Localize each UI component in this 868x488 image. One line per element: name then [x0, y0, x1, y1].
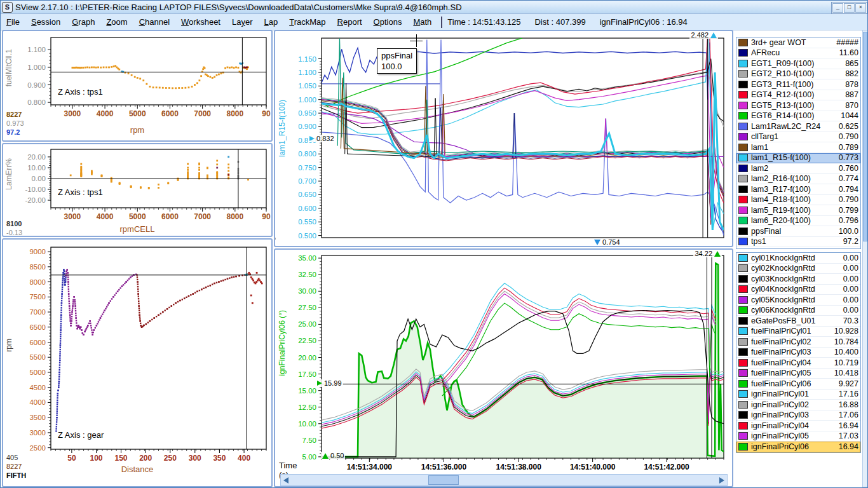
menu-options[interactable]: Options	[368, 15, 408, 29]
channel-row-fuelFinalPriCyl01[interactable]: fuelFinalPriCyl0110.928	[736, 327, 860, 337]
channel-value: 97.2	[843, 237, 858, 246]
channel-row-ppsFinal[interactable]: ppsFinal100.0	[736, 226, 860, 237]
channel-row-ignFinalPriCyl05[interactable]: ignFinalPriCyl0517.03	[736, 431, 860, 442]
status-time: Time : 14:51:43.125	[447, 17, 520, 27]
channel-row-EGT4_R12-f(100)[interactable]: EGT4_R12-f(100)887	[736, 90, 860, 101]
channel-value: #####	[836, 38, 858, 47]
menu-lap[interactable]: Lap	[259, 15, 284, 29]
channel-row-3rd+ gear WOT[interactable]: 3rd+ gear WOT#####	[736, 37, 860, 48]
channel-row-cyl06KnockIgnRtd[interactable]: cyl06KnockIgnRtd0.00	[736, 306, 860, 316]
channel-row-EGT6_R14-f(100)[interactable]: EGT6_R14-f(100)1044	[736, 111, 860, 122]
channel-row-fuelFinalPriCyl06[interactable]: fuelFinalPriCyl069.927	[736, 379, 860, 390]
channel-list-scrollbar[interactable]	[862, 30, 868, 487]
channel-row-cyl05KnockIgnRtd[interactable]: cyl05KnockIgnRtd0.00	[736, 295, 860, 306]
close-button[interactable]: ×	[855, 3, 866, 13]
channel-row-lam2_R16-f(100)[interactable]: lam2_R16-f(100)0.774	[736, 174, 860, 185]
channel-row-ignFinalPriCyl04[interactable]: ignFinalPriCyl0416.94	[736, 421, 860, 431]
menu-channel[interactable]: Channel	[133, 15, 175, 29]
max-marker-icon	[710, 32, 717, 38]
channel-row-tps1[interactable]: tps197.2	[736, 237, 860, 248]
channel-row-EGT2_R10-f(100)[interactable]: EGT2_R10-f(100)882	[736, 69, 860, 80]
scroll-left-icon[interactable]	[283, 477, 288, 484]
menu-zoom[interactable]: Zoom	[100, 15, 133, 29]
svg-text:0.750: 0.750	[298, 164, 316, 172]
chart-ignition-traces[interactable]: 35.0032.5030.0027.5025.0022.5020.0017.50…	[275, 250, 732, 486]
menu-math[interactable]: Math	[407, 15, 437, 29]
scrollbar-thumb[interactable]	[428, 475, 459, 485]
channel-name: EGT6_R14-f(100)	[751, 111, 841, 120]
title-bar[interactable]: S SView 2.17.10 : I:\PETER-Rice Racing L…	[1, 1, 868, 14]
min-value-marker[interactable]: 0.754	[593, 238, 621, 246]
channel-row-fuelFinalPriCyl03[interactable]: fuelFinalPriCyl0310.400	[736, 348, 860, 358]
svg-text:7000: 7000	[194, 212, 211, 221]
channel-row-eGatePosFB_U01[interactable]: eGatePosFB_U0170.3	[736, 316, 860, 327]
channel-color-swatch	[738, 207, 748, 214]
left-value-marker[interactable]: 0.832	[308, 135, 336, 142]
channel-row-cyl03KnockIgnRtd[interactable]: cyl03KnockIgnRtd0.00	[736, 274, 860, 285]
menu-graph[interactable]: Graph	[66, 15, 100, 29]
menu-file[interactable]: File	[1, 15, 25, 29]
channel-name: fuelFinalPriCyl03	[751, 348, 834, 356]
channel-color-swatch	[738, 306, 748, 314]
channel-row-ignFinalPriCyl01[interactable]: ignFinalPriCyl0117.16	[736, 390, 860, 400]
menu-session[interactable]: Session	[25, 15, 66, 29]
menu-layer[interactable]: Layer	[226, 15, 259, 29]
chart-lamerr-vs-rpmcell[interactable]: 20.0010.000.00-10.00-20.0030004000500060…	[3, 144, 271, 236]
channel-row-cllTarg1[interactable]: cllTarg10.790	[736, 132, 860, 143]
channel-row-EGT3_R11-f(100)[interactable]: EGT3_R11-f(100)878	[736, 79, 860, 90]
max-value-marker[interactable]: 2.482	[689, 31, 718, 39]
cursor-readout: 8227 0.973 97.2	[6, 110, 24, 137]
channel-color-swatch	[738, 112, 748, 119]
channel-color-swatch	[738, 390, 748, 398]
channel-row-lam1_R15-f(100)[interactable]: lam1_R15-f(100)0.773	[736, 153, 860, 164]
channel-row-cyl02KnockIgnRtd[interactable]: cyl02KnockIgnRtd0.00	[736, 264, 860, 274]
channel-row-AFRecu[interactable]: AFRecu11.60	[736, 48, 860, 59]
channel-row-lam2[interactable]: lam20.760	[736, 163, 860, 174]
channel-row-lam5_R19-f(100)[interactable]: lam5_R19-f(100)0.799	[736, 205, 860, 216]
maximize-button[interactable]: □	[844, 3, 855, 13]
channel-name: ignFinalPriCyl03	[751, 410, 839, 419]
channel-row-ignFinalPriCyl03[interactable]: ignFinalPriCyl0317.06	[736, 410, 860, 421]
menu-bar: FileSessionGraphZoomChannelWorksheetLaye…	[1, 14, 868, 30]
crosshair-cursor-icon[interactable]	[410, 34, 423, 47]
channel-row-fuelFinalPriCyl05[interactable]: fuelFinalPriCyl0510.418	[736, 369, 860, 379]
channel-value: 10.719	[834, 358, 858, 367]
channel-scrollbar-thumb[interactable]	[863, 32, 867, 241]
minimize-button[interactable]: _	[832, 3, 843, 13]
scroll-right-icon[interactable]	[719, 477, 724, 484]
channel-row-lam4_R18-f(100)[interactable]: lam4_R18-f(100)0.790	[736, 195, 860, 206]
time-scrollbar[interactable]	[280, 474, 728, 486]
channel-row-EGT1_R09-f(100)[interactable]: EGT1_R09-f(100)865	[736, 58, 860, 69]
max-value-marker[interactable]: 34.22	[693, 250, 722, 257]
channel-row-fuelFinalPriCyl04[interactable]: fuelFinalPriCyl0410.719	[736, 358, 860, 369]
chart-rpm-vs-distance[interactable]: 9000850080007500700065006000550050004500…	[3, 240, 271, 486]
menu-worksheet[interactable]: Worksheet	[175, 15, 226, 29]
channel-name: AFRecu	[751, 48, 839, 57]
channel-color-swatch	[738, 186, 748, 193]
channel-value: 0.794	[839, 185, 858, 194]
svg-text:0.600: 0.600	[298, 205, 316, 212]
channel-row-ignFinalPriCyl06[interactable]: ignFinalPriCyl0616.94	[736, 442, 860, 452]
channel-row-lam1[interactable]: lam10.789	[736, 142, 860, 153]
chart-fuel-mult-vs-rpm[interactable]: 1.1001.0000.9000.80030004000500060007000…	[3, 31, 271, 140]
menu-report[interactable]: Report	[332, 15, 368, 29]
menu-trackmap[interactable]: TrackMap	[283, 15, 331, 29]
svg-text:400: 400	[238, 454, 250, 463]
svg-text:9000: 9000	[29, 248, 46, 255]
channel-value: 10.418	[834, 369, 858, 377]
channel-row-cyl04KnockIgnRtd[interactable]: cyl04KnockIgnRtd0.00	[736, 285, 860, 295]
channel-value: 16.88	[839, 400, 858, 409]
channel-row-lam6_R20-f(100)[interactable]: lam6_R20-f(100)0.796	[736, 216, 860, 227]
channel-row-EGT5_R13-f(100)[interactable]: EGT5_R13-f(100)870	[736, 100, 860, 111]
min-value-marker[interactable]: 0.50	[321, 452, 345, 459]
channel-row-lam3_R17-f(100)[interactable]: lam3_R17-f(100)0.794	[736, 184, 860, 195]
svg-text:15.00: 15.00	[298, 387, 316, 395]
chart-lambda-traces[interactable]: 1.1501.1001.0501.0000.9500.9000.8500.800…	[275, 31, 732, 246]
channel-row-cyl01KnockIgnRtd[interactable]: cyl01KnockIgnRtd0.00	[736, 253, 860, 264]
left-value-marker[interactable]: 15.99	[316, 379, 343, 387]
channel-row-Lam1RawL2C_R24[interactable]: Lam1RawL2C_R240.625	[736, 121, 860, 132]
channel-row-fuelFinalPriCyl02[interactable]: fuelFinalPriCyl0210.784	[736, 337, 860, 348]
svg-text:150: 150	[114, 454, 127, 463]
channel-value: 16.94	[839, 421, 858, 430]
channel-row-ignFinalPriCyl02[interactable]: ignFinalPriCyl0216.88	[736, 400, 860, 410]
